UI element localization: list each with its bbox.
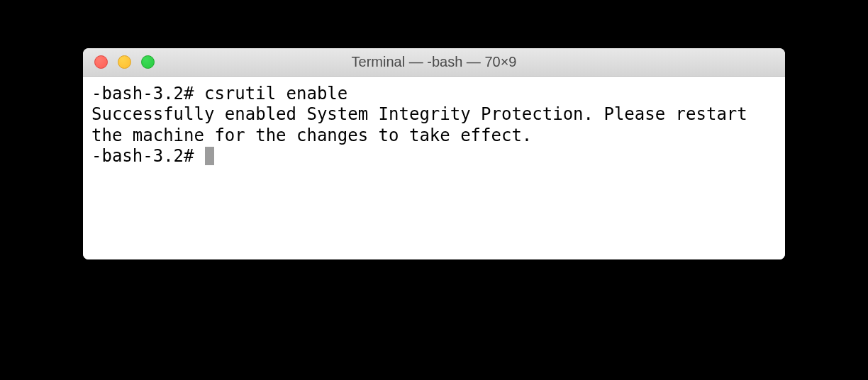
maximize-icon[interactable] [141,55,155,69]
traffic-lights [83,55,155,69]
shell-prompt: -bash-3.2# [91,146,204,167]
minimize-icon[interactable] [118,55,131,69]
command-line: -bash-3.2# csrutil enable [91,84,777,104]
terminal-window: Terminal — -bash — 70×9 -bash-3.2# csrut… [83,48,785,259]
shell-prompt: -bash-3.2# [91,84,204,104]
window-title: Terminal — -bash — 70×9 [83,54,785,70]
current-prompt-line: -bash-3.2# [91,146,777,167]
titlebar[interactable]: Terminal — -bash — 70×9 [83,48,785,77]
terminal-body[interactable]: -bash-3.2# csrutil enableSuccessfully en… [83,77,785,259]
command-output: Successfully enabled System Integrity Pr… [91,104,757,145]
close-icon[interactable] [94,55,108,69]
command-text: csrutil enable [204,84,347,104]
cursor-icon [205,147,214,165]
